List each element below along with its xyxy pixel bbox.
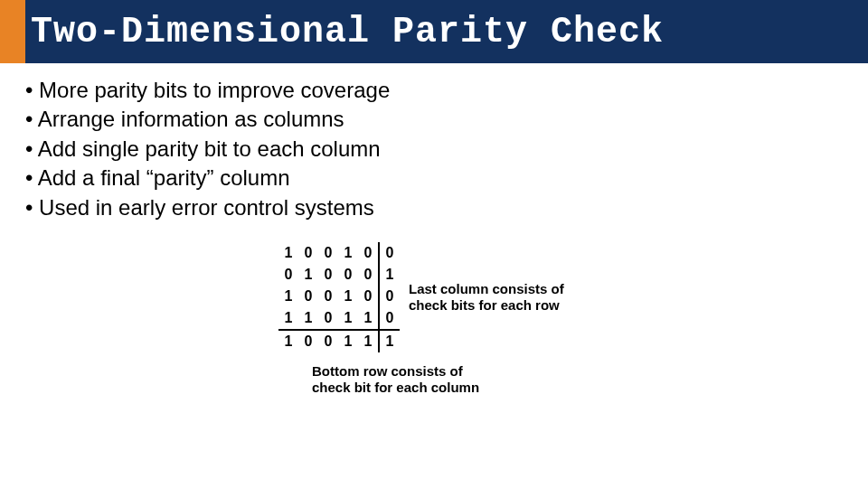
parity-cell: 1 — [278, 307, 298, 330]
bottom-annotation: Bottom row consists of check bit for eac… — [312, 363, 502, 396]
bullet-item: More parity bits to improve coverage — [25, 76, 843, 105]
side-annotation: Last column consists of check bits for e… — [409, 281, 590, 314]
bullet-item: Used in early error control systems — [25, 193, 843, 222]
parity-cell: 1 — [278, 286, 298, 307]
parity-cell: 0 — [358, 242, 379, 264]
table-row: 1 0 0 1 0 0 — [278, 242, 400, 264]
parity-cell: 1 — [338, 242, 358, 264]
parity-cell: 0 — [338, 264, 358, 286]
bullet-item: Arrange information as columns — [25, 105, 843, 134]
table-row: 1 1 0 1 1 0 — [278, 307, 400, 330]
bullet-item: Add a final “parity” column — [25, 164, 843, 192]
parity-cell: 0 — [318, 330, 338, 352]
slide-title: Two-Dimensional Parity Check — [31, 12, 664, 52]
parity-cell: 1 — [338, 286, 358, 307]
parity-cell: 0 — [298, 286, 318, 307]
title-bar: Two-Dimensional Parity Check — [0, 0, 868, 63]
parity-cell: 0 — [379, 286, 400, 307]
bullet-list: More parity bits to improve coverage Arr… — [25, 76, 843, 222]
parity-cell: 1 — [298, 307, 318, 330]
accent-block — [0, 0, 25, 63]
parity-cell: 0 — [298, 242, 318, 264]
parity-cell: 0 — [318, 286, 338, 307]
table-row: 0 1 0 0 0 1 — [278, 264, 400, 286]
parity-cell: 1 — [379, 264, 400, 286]
parity-cell: 0 — [379, 242, 400, 264]
parity-cell: 1 — [278, 330, 298, 352]
bullet-item: Add single parity bit to each column — [25, 135, 843, 164]
table-row: 1 0 0 1 1 1 — [278, 330, 400, 352]
parity-cell: 0 — [318, 242, 338, 264]
slide-body: More parity bits to improve coverage Arr… — [0, 63, 868, 396]
parity-cell: 1 — [278, 242, 298, 264]
parity-cell: 0 — [379, 307, 400, 330]
parity-diagram: 1 0 0 1 0 0 0 1 0 0 0 1 1 0 — [25, 242, 843, 396]
parity-cell: 1 — [358, 330, 379, 352]
parity-cell: 1 — [298, 264, 318, 286]
parity-cell: 0 — [358, 264, 379, 286]
parity-cell: 0 — [318, 307, 338, 330]
parity-table: 1 0 0 1 0 0 0 1 0 0 0 1 1 0 — [278, 242, 400, 352]
table-and-side-note: 1 0 0 1 0 0 0 1 0 0 0 1 1 0 — [278, 242, 590, 352]
parity-cell: 1 — [358, 307, 379, 330]
parity-cell: 1 — [379, 330, 400, 352]
parity-cell: 1 — [338, 330, 358, 352]
parity-cell: 0 — [358, 286, 379, 307]
parity-cell: 0 — [278, 264, 298, 286]
parity-cell: 0 — [318, 264, 338, 286]
parity-cell: 0 — [298, 330, 318, 352]
parity-cell: 1 — [338, 307, 358, 330]
table-row: 1 0 0 1 0 0 — [278, 286, 400, 307]
